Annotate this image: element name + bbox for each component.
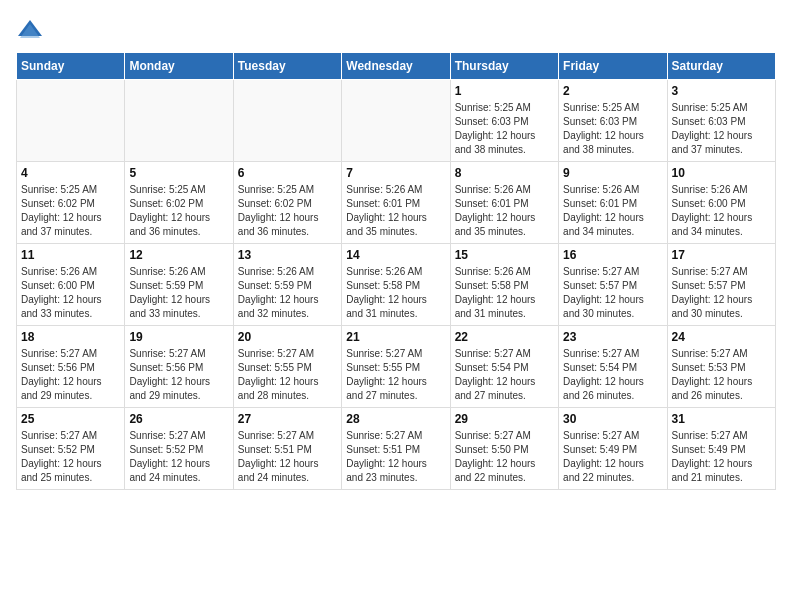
day-number: 17 xyxy=(672,248,771,262)
day-number: 6 xyxy=(238,166,337,180)
calendar-cell xyxy=(233,80,341,162)
logo xyxy=(16,16,48,44)
day-info: Sunrise: 5:26 AM Sunset: 5:58 PM Dayligh… xyxy=(346,265,445,321)
day-number: 13 xyxy=(238,248,337,262)
day-number: 21 xyxy=(346,330,445,344)
calendar-cell: 28Sunrise: 5:27 AM Sunset: 5:51 PM Dayli… xyxy=(342,408,450,490)
calendar-cell: 17Sunrise: 5:27 AM Sunset: 5:57 PM Dayli… xyxy=(667,244,775,326)
day-info: Sunrise: 5:27 AM Sunset: 5:54 PM Dayligh… xyxy=(455,347,554,403)
calendar-week-row: 4Sunrise: 5:25 AM Sunset: 6:02 PM Daylig… xyxy=(17,162,776,244)
calendar-cell: 1Sunrise: 5:25 AM Sunset: 6:03 PM Daylig… xyxy=(450,80,558,162)
calendar-week-row: 18Sunrise: 5:27 AM Sunset: 5:56 PM Dayli… xyxy=(17,326,776,408)
day-number: 2 xyxy=(563,84,662,98)
day-number: 4 xyxy=(21,166,120,180)
calendar-cell: 13Sunrise: 5:26 AM Sunset: 5:59 PM Dayli… xyxy=(233,244,341,326)
day-number: 28 xyxy=(346,412,445,426)
day-number: 14 xyxy=(346,248,445,262)
day-number: 15 xyxy=(455,248,554,262)
day-number: 30 xyxy=(563,412,662,426)
calendar-table: SundayMondayTuesdayWednesdayThursdayFrid… xyxy=(16,52,776,490)
day-info: Sunrise: 5:27 AM Sunset: 5:54 PM Dayligh… xyxy=(563,347,662,403)
day-info: Sunrise: 5:25 AM Sunset: 6:03 PM Dayligh… xyxy=(563,101,662,157)
calendar-header-row: SundayMondayTuesdayWednesdayThursdayFrid… xyxy=(17,53,776,80)
day-info: Sunrise: 5:27 AM Sunset: 5:56 PM Dayligh… xyxy=(129,347,228,403)
day-number: 8 xyxy=(455,166,554,180)
day-info: Sunrise: 5:27 AM Sunset: 5:49 PM Dayligh… xyxy=(672,429,771,485)
day-number: 27 xyxy=(238,412,337,426)
logo-icon xyxy=(16,16,44,44)
day-info: Sunrise: 5:25 AM Sunset: 6:02 PM Dayligh… xyxy=(21,183,120,239)
calendar-cell: 11Sunrise: 5:26 AM Sunset: 6:00 PM Dayli… xyxy=(17,244,125,326)
page-header xyxy=(16,16,776,44)
day-number: 25 xyxy=(21,412,120,426)
weekday-header-tuesday: Tuesday xyxy=(233,53,341,80)
calendar-cell: 14Sunrise: 5:26 AM Sunset: 5:58 PM Dayli… xyxy=(342,244,450,326)
day-info: Sunrise: 5:26 AM Sunset: 5:59 PM Dayligh… xyxy=(129,265,228,321)
day-number: 9 xyxy=(563,166,662,180)
weekday-header-monday: Monday xyxy=(125,53,233,80)
calendar-cell: 18Sunrise: 5:27 AM Sunset: 5:56 PM Dayli… xyxy=(17,326,125,408)
day-info: Sunrise: 5:26 AM Sunset: 6:00 PM Dayligh… xyxy=(672,183,771,239)
calendar-cell xyxy=(17,80,125,162)
day-info: Sunrise: 5:26 AM Sunset: 6:01 PM Dayligh… xyxy=(455,183,554,239)
day-number: 12 xyxy=(129,248,228,262)
weekday-header-wednesday: Wednesday xyxy=(342,53,450,80)
day-number: 18 xyxy=(21,330,120,344)
day-number: 7 xyxy=(346,166,445,180)
day-info: Sunrise: 5:26 AM Sunset: 5:59 PM Dayligh… xyxy=(238,265,337,321)
weekday-header-sunday: Sunday xyxy=(17,53,125,80)
day-info: Sunrise: 5:27 AM Sunset: 5:55 PM Dayligh… xyxy=(238,347,337,403)
calendar-cell: 30Sunrise: 5:27 AM Sunset: 5:49 PM Dayli… xyxy=(559,408,667,490)
calendar-week-row: 1Sunrise: 5:25 AM Sunset: 6:03 PM Daylig… xyxy=(17,80,776,162)
day-info: Sunrise: 5:27 AM Sunset: 5:57 PM Dayligh… xyxy=(672,265,771,321)
day-info: Sunrise: 5:26 AM Sunset: 6:01 PM Dayligh… xyxy=(563,183,662,239)
calendar-cell: 5Sunrise: 5:25 AM Sunset: 6:02 PM Daylig… xyxy=(125,162,233,244)
calendar-cell: 3Sunrise: 5:25 AM Sunset: 6:03 PM Daylig… xyxy=(667,80,775,162)
day-info: Sunrise: 5:26 AM Sunset: 5:58 PM Dayligh… xyxy=(455,265,554,321)
day-number: 11 xyxy=(21,248,120,262)
day-number: 10 xyxy=(672,166,771,180)
calendar-cell: 4Sunrise: 5:25 AM Sunset: 6:02 PM Daylig… xyxy=(17,162,125,244)
day-number: 1 xyxy=(455,84,554,98)
calendar-cell: 7Sunrise: 5:26 AM Sunset: 6:01 PM Daylig… xyxy=(342,162,450,244)
calendar-cell: 23Sunrise: 5:27 AM Sunset: 5:54 PM Dayli… xyxy=(559,326,667,408)
day-number: 20 xyxy=(238,330,337,344)
calendar-cell: 10Sunrise: 5:26 AM Sunset: 6:00 PM Dayli… xyxy=(667,162,775,244)
day-info: Sunrise: 5:27 AM Sunset: 5:52 PM Dayligh… xyxy=(21,429,120,485)
day-info: Sunrise: 5:25 AM Sunset: 6:03 PM Dayligh… xyxy=(455,101,554,157)
day-number: 3 xyxy=(672,84,771,98)
calendar-cell: 19Sunrise: 5:27 AM Sunset: 5:56 PM Dayli… xyxy=(125,326,233,408)
calendar-week-row: 11Sunrise: 5:26 AM Sunset: 6:00 PM Dayli… xyxy=(17,244,776,326)
day-info: Sunrise: 5:25 AM Sunset: 6:02 PM Dayligh… xyxy=(238,183,337,239)
day-info: Sunrise: 5:26 AM Sunset: 6:00 PM Dayligh… xyxy=(21,265,120,321)
day-info: Sunrise: 5:27 AM Sunset: 5:51 PM Dayligh… xyxy=(238,429,337,485)
calendar-week-row: 25Sunrise: 5:27 AM Sunset: 5:52 PM Dayli… xyxy=(17,408,776,490)
day-number: 23 xyxy=(563,330,662,344)
calendar-cell: 16Sunrise: 5:27 AM Sunset: 5:57 PM Dayli… xyxy=(559,244,667,326)
calendar-cell: 6Sunrise: 5:25 AM Sunset: 6:02 PM Daylig… xyxy=(233,162,341,244)
calendar-cell: 21Sunrise: 5:27 AM Sunset: 5:55 PM Dayli… xyxy=(342,326,450,408)
weekday-header-saturday: Saturday xyxy=(667,53,775,80)
calendar-cell: 25Sunrise: 5:27 AM Sunset: 5:52 PM Dayli… xyxy=(17,408,125,490)
day-number: 16 xyxy=(563,248,662,262)
day-number: 19 xyxy=(129,330,228,344)
calendar-cell: 24Sunrise: 5:27 AM Sunset: 5:53 PM Dayli… xyxy=(667,326,775,408)
day-info: Sunrise: 5:27 AM Sunset: 5:53 PM Dayligh… xyxy=(672,347,771,403)
day-info: Sunrise: 5:25 AM Sunset: 6:03 PM Dayligh… xyxy=(672,101,771,157)
title-area xyxy=(48,16,776,18)
day-info: Sunrise: 5:27 AM Sunset: 5:56 PM Dayligh… xyxy=(21,347,120,403)
day-info: Sunrise: 5:27 AM Sunset: 5:51 PM Dayligh… xyxy=(346,429,445,485)
day-number: 22 xyxy=(455,330,554,344)
calendar-cell: 8Sunrise: 5:26 AM Sunset: 6:01 PM Daylig… xyxy=(450,162,558,244)
calendar-cell: 9Sunrise: 5:26 AM Sunset: 6:01 PM Daylig… xyxy=(559,162,667,244)
calendar-cell: 29Sunrise: 5:27 AM Sunset: 5:50 PM Dayli… xyxy=(450,408,558,490)
day-number: 31 xyxy=(672,412,771,426)
calendar-cell xyxy=(342,80,450,162)
day-info: Sunrise: 5:27 AM Sunset: 5:52 PM Dayligh… xyxy=(129,429,228,485)
calendar-cell: 12Sunrise: 5:26 AM Sunset: 5:59 PM Dayli… xyxy=(125,244,233,326)
day-info: Sunrise: 5:27 AM Sunset: 5:57 PM Dayligh… xyxy=(563,265,662,321)
calendar-cell: 2Sunrise: 5:25 AM Sunset: 6:03 PM Daylig… xyxy=(559,80,667,162)
day-info: Sunrise: 5:26 AM Sunset: 6:01 PM Dayligh… xyxy=(346,183,445,239)
day-info: Sunrise: 5:27 AM Sunset: 5:49 PM Dayligh… xyxy=(563,429,662,485)
day-number: 5 xyxy=(129,166,228,180)
